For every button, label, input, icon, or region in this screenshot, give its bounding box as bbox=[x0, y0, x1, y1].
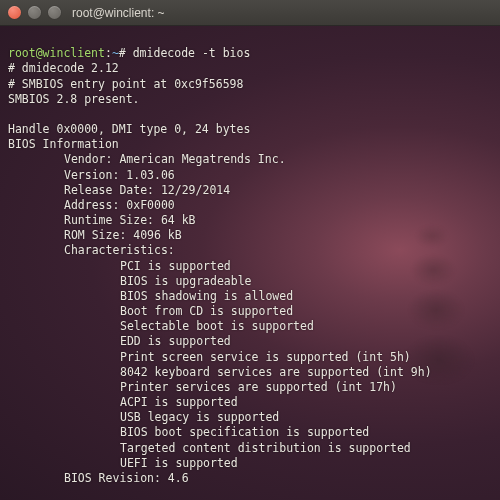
out-line: Version: 1.03.06 bbox=[8, 168, 175, 183]
out-line: Characteristics: bbox=[8, 243, 175, 258]
out-line: Targeted content distribution is support… bbox=[8, 441, 411, 456]
out-line: BIOS Information bbox=[8, 137, 119, 151]
out-line: Address: 0xF0000 bbox=[8, 198, 175, 213]
prompt-hash: # bbox=[119, 46, 126, 60]
window-title: root@winclient: ~ bbox=[72, 6, 165, 20]
prompt-path: ~ bbox=[112, 46, 119, 60]
out-line: PCI is supported bbox=[8, 259, 231, 274]
out-line: ACPI is supported bbox=[8, 395, 238, 410]
out-line: # SMBIOS entry point at 0xc9f56598 bbox=[8, 77, 243, 91]
out-line: # dmidecode 2.12 bbox=[8, 61, 119, 75]
out-line: EDD is supported bbox=[8, 334, 231, 349]
out-line: USB legacy is supported bbox=[8, 410, 279, 425]
window-titlebar: root@winclient: ~ bbox=[0, 0, 500, 26]
out-line: BIOS is upgradeable bbox=[8, 274, 252, 289]
prompt-line: root@winclient:~# dmidecode -t bios bbox=[8, 46, 250, 60]
prompt-sep: : bbox=[105, 46, 112, 60]
out-line: ROM Size: 4096 kB bbox=[8, 228, 182, 243]
out-line: BIOS Revision: 4.6 bbox=[8, 471, 189, 486]
out-line: Release Date: 12/29/2014 bbox=[8, 183, 230, 198]
minimize-icon[interactable] bbox=[28, 6, 41, 19]
out-line: Vendor: American Megatrends Inc. bbox=[8, 152, 286, 167]
out-line: 8042 keyboard services are supported (in… bbox=[8, 365, 432, 380]
prompt-userhost: root@winclient bbox=[8, 46, 105, 60]
out-line: Selectable boot is supported bbox=[8, 319, 314, 334]
out-line: Handle 0x0000, DMI type 0, 24 bytes bbox=[8, 122, 250, 136]
command-text: dmidecode -t bios bbox=[133, 46, 251, 60]
out-line: Print screen service is supported (int 5… bbox=[8, 350, 411, 365]
out-line: Printer services are supported (int 17h) bbox=[8, 380, 397, 395]
out-line: Boot from CD is supported bbox=[8, 304, 293, 319]
out-line: BIOS boot specification is supported bbox=[8, 425, 369, 440]
terminal-output[interactable]: root@winclient:~# dmidecode -t bios # dm… bbox=[0, 26, 500, 500]
out-line: SMBIOS 2.8 present. bbox=[8, 92, 140, 106]
maximize-icon[interactable] bbox=[48, 6, 61, 19]
out-line: BIOS shadowing is allowed bbox=[8, 289, 293, 304]
out-line: UEFI is supported bbox=[8, 456, 238, 471]
out-line: Runtime Size: 64 kB bbox=[8, 213, 196, 228]
close-icon[interactable] bbox=[8, 6, 21, 19]
